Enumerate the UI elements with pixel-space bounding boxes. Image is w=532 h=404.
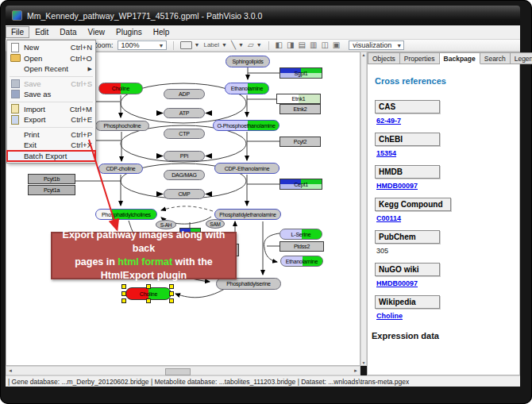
menu-item-open[interactable]: OpenCtrl+O: [7, 53, 95, 64]
selection-handle[interactable]: [121, 298, 126, 303]
node-o-phosphoethanolamine[interactable]: O-Phosphoethanolamine: [213, 120, 279, 131]
distribute-columns-button[interactable]: ▥: [310, 41, 317, 49]
tab-search[interactable]: Search: [480, 52, 511, 64]
node-sphingolipids[interactable]: Sphingolipids: [226, 56, 270, 67]
common-height-button[interactable]: ▣: [333, 41, 340, 49]
xref-link-cas[interactable]: 62-49-7: [376, 117, 401, 125]
xref-link-nugo[interactable]: HMDB00097: [376, 279, 418, 287]
selection-handle[interactable]: [121, 284, 126, 289]
visualization-combobox[interactable]: visualization ▼: [349, 40, 404, 50]
xref-header-hmdb: HMDB: [375, 165, 440, 179]
menu-item-import[interactable]: ImportCtrl+M: [7, 104, 95, 115]
node-cdp-choline[interactable]: CDP-choline: [98, 164, 143, 174]
scroll-right-icon[interactable]: ►: [353, 368, 358, 373]
node-ppi[interactable]: PPi: [164, 151, 205, 161]
node-atp[interactable]: ATP: [164, 108, 205, 118]
chevron-down-icon: ▼: [256, 41, 262, 49]
gene-box-pcyt2[interactable]: Pcyt2: [279, 137, 321, 147]
node-dag-mag[interactable]: DAG/MAG: [164, 170, 205, 180]
menu-item-open-recent[interactable]: Open Recent▶: [7, 63, 95, 75]
node-phosphatidylserine[interactable]: Phosphatidylserine: [216, 278, 281, 290]
menu-help[interactable]: Help: [148, 26, 175, 38]
gene-box-ptdss2[interactable]: Ptdss2: [279, 241, 324, 252]
common-width-icon: ◫: [321, 41, 328, 49]
xref-link-kegg[interactable]: C00114: [376, 214, 401, 222]
menu-view[interactable]: View: [82, 26, 110, 38]
distribute-rows-icon: ▤: [298, 41, 305, 49]
node-l-serine[interactable]: L-Serine: [279, 229, 322, 240]
xref-link-hmdb[interactable]: HMDB00097: [376, 182, 418, 190]
align-center-x-icon: ◧: [276, 41, 283, 49]
chevron-down-icon: ▼: [396, 43, 402, 48]
xref-header-cas: CAS: [375, 100, 440, 114]
tab-backpage[interactable]: Backpage: [440, 52, 480, 64]
label-tool-button[interactable]: Label ▼: [203, 41, 227, 49]
node-ethanolamine-2[interactable]: Ethanolamine: [280, 256, 323, 267]
title-bar[interactable]: Mm_Kennedy_pathway_WP1771_45176.gpml - P…: [6, 6, 520, 25]
export-icon: [10, 115, 21, 124]
align-center-y-button[interactable]: ◨: [287, 41, 294, 49]
gene-box-pcyt1b[interactable]: Pcyt1b: [28, 174, 75, 184]
canvas-vertical-scrollbar[interactable]: ▲ ▼: [360, 52, 367, 366]
callout-highlight: html format: [118, 256, 172, 267]
zoom-combobox[interactable]: 100% ▼: [118, 40, 167, 50]
selection-handle[interactable]: [169, 284, 174, 289]
canvas-horizontal-scrollbar[interactable]: ◄ ►: [6, 366, 360, 375]
align-center-x-button[interactable]: ◧: [276, 41, 283, 49]
tab-properties[interactable]: Properties: [400, 52, 440, 64]
selection-handle[interactable]: [146, 284, 151, 289]
menu-item-new[interactable]: NewCtrl+N: [7, 42, 95, 53]
node-ethanolamine[interactable]: Ethanolamine: [225, 83, 269, 94]
scrollbar-thumb[interactable]: [165, 368, 191, 375]
scroll-down-icon[interactable]: ▼: [362, 360, 366, 365]
distribute-rows-button[interactable]: ▤: [298, 41, 305, 49]
node-sam[interactable]: SAM: [206, 219, 225, 229]
gene-box-pcyt1a[interactable]: Pcyt1a: [28, 185, 75, 195]
tab-objects[interactable]: Objects: [368, 52, 400, 64]
node-choline[interactable]: Choline: [98, 83, 143, 94]
xref-link-wikipedia[interactable]: Choline: [376, 312, 403, 320]
menu-item-batch-export[interactable]: Batch Export: [7, 151, 95, 162]
menu-item-save-as[interactable]: Save as: [7, 89, 95, 100]
shape-tool-button[interactable]: ▱ ▼: [248, 41, 262, 49]
node-phosphocholine[interactable]: Phosphocholine: [95, 121, 149, 131]
node-phosphatidylethanolamine[interactable]: Phosphatidylethanolamine: [214, 209, 281, 220]
menu-edit[interactable]: Edit: [29, 26, 54, 38]
menu-item-export[interactable]: ExportCtrl+E: [7, 114, 95, 125]
menu-plugins[interactable]: Plugins: [110, 26, 148, 38]
align-center-y-icon: ◨: [287, 41, 294, 49]
node-ctp[interactable]: CTP: [164, 129, 205, 139]
selection-handle[interactable]: [121, 291, 126, 296]
selection-handle[interactable]: [146, 298, 151, 303]
xref-header-chebi: ChEBI: [375, 133, 440, 146]
node-cdp-ethanolamine[interactable]: CDP-Ethanolamine: [214, 163, 279, 174]
gene-box-cept1[interactable]: Cept1: [279, 179, 322, 190]
callout-line-2: pages in html format with the: [75, 256, 213, 269]
scroll-left-icon[interactable]: ◄: [8, 368, 13, 373]
menu-data[interactable]: Data: [54, 26, 82, 38]
common-height-icon: ▣: [333, 41, 340, 49]
gene-product-tool-button[interactable]: ▼: [180, 41, 200, 49]
menu-item-exit[interactable]: ExitCtrl+X: [7, 140, 95, 151]
xref-link-chebi[interactable]: 15354: [376, 149, 396, 157]
gene-box-etnk2[interactable]: Etnk2: [279, 104, 321, 114]
menu-file[interactable]: File: [6, 26, 29, 38]
common-width-button[interactable]: ◫: [321, 41, 328, 49]
side-panel-tabs: Objects Properties Backpage Search Legen…: [368, 52, 519, 64]
gene-box-etnk1[interactable]: Etnk1: [276, 94, 321, 104]
menu-bar: File Edit Data View Plugins Help: [6, 25, 520, 40]
chevron-down-icon: ▼: [222, 41, 227, 49]
menu-item-print[interactable]: PrintCtrl+P: [7, 129, 95, 140]
line-tool-button[interactable]: ╲ ▼: [231, 41, 244, 49]
menu-item-save[interactable]: SaveCtrl+S: [7, 79, 95, 90]
selection-handle[interactable]: [169, 291, 174, 296]
expression-data-heading: Expression data: [372, 331, 517, 341]
chevron-down-icon: ▼: [238, 41, 244, 49]
tab-legend[interactable]: Legend: [511, 52, 532, 64]
node-phosphatidylcholines[interactable]: Phosphatidylcholines: [95, 209, 157, 220]
gene-box-sgpl1[interactable]: Sgpl1: [279, 67, 322, 79]
selection-handle[interactable]: [169, 298, 174, 303]
node-adp[interactable]: ADP: [164, 89, 205, 99]
scroll-up-icon[interactable]: ▲: [362, 52, 366, 57]
node-cmp[interactable]: CMP: [164, 189, 205, 199]
